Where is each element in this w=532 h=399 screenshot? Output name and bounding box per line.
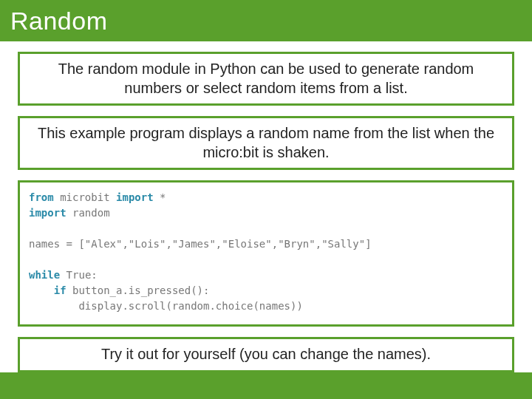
code-text: True: (66, 269, 98, 281)
code-text: display.scroll(random.choice(names)) (29, 300, 303, 312)
keyword-from: from (29, 191, 54, 203)
intro-box: The random module in Python can be used … (18, 52, 514, 106)
keyword-while: while (29, 269, 60, 281)
title-bar: Random (0, 0, 532, 41)
code-box: from microbit import * import random nam… (18, 180, 514, 327)
code-text: button_a.is_pressed(): (72, 284, 209, 296)
code-text: * (160, 191, 166, 203)
keyword-import: import (29, 207, 66, 219)
keyword-if: if (54, 284, 66, 296)
footer-bar (0, 372, 532, 399)
example-description-box: This example program displays a random n… (18, 116, 514, 170)
keyword-import: import (116, 191, 154, 203)
content-area: The random module in Python can be used … (0, 41, 532, 372)
slide-title: Random (10, 7, 108, 35)
code-text: microbit (60, 191, 109, 203)
code-text: random (72, 207, 110, 219)
try-it-box: Try it out for yourself (you can change … (18, 337, 514, 372)
code-text: names = ["Alex","Lois","James","Eloise",… (29, 238, 372, 250)
